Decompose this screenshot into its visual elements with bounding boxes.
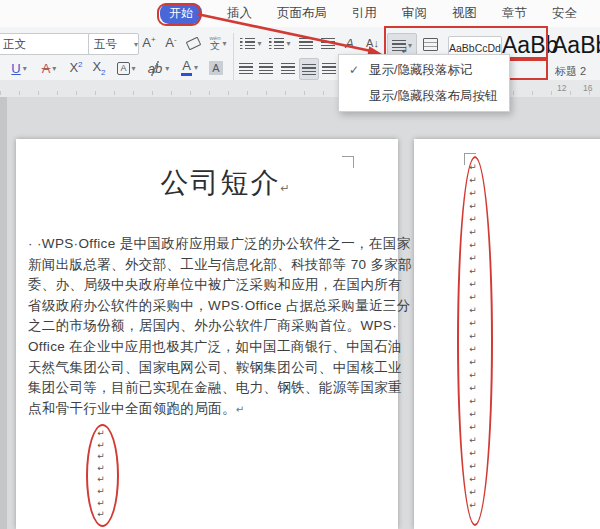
numbered-list-icon [269,38,284,49]
style-card-heading2[interactable]: AaBb [552,32,600,59]
increase-indent-button[interactable] [318,32,338,54]
paragraph-mark: ↵ [464,175,482,188]
paragraph-line: 天然气集团公司、国家电网公司、鞍钢集团公司、中国核工业 [28,358,389,379]
tab-section[interactable]: 章节 [502,5,527,22]
increase-indent-icon [321,38,335,49]
align-right-icon [281,63,295,74]
highlight-color-button[interactable]: ab ▾ [144,58,172,78]
tab-page-layout[interactable]: 页面布局 [277,5,327,22]
paragraph-line: Office 在企业中应用也极其广泛，如中国工商银行、中国石油 [28,337,389,358]
chevron-down-icon: ▾ [286,39,290,48]
strikethrough-button[interactable]: A ▾ [36,58,62,78]
ribbon-tab-bar: 开始插入页面布局引用审阅视图章节安全开发工具 [0,0,600,28]
check-icon: ✓ [339,63,369,77]
style-card-heading1[interactable]: AaBb [502,32,558,59]
tab-review[interactable]: 审阅 [402,5,427,22]
text-effects-button[interactable]: A [340,32,359,54]
chevron-down-icon: ▾ [223,39,227,48]
font-color-button[interactable]: A ▾ [176,56,203,78]
menu-item-label: 显示/隐藏段落标记 [369,62,472,79]
ribbon-toolbar: 正文 ▾ 五号 ▾ A+ A- wén 文 ▾ ▾ [0,27,600,81]
empty-paragraph-marks-right: ↵↵↵↵↵↵↵↵↵↵↵↵↵↵↵↵↵↵↵↵↵↵↵↵↵↵↵ [464,162,482,513]
paragraph-line: 新闻出版总署、外交部、工业与信息化部、科技部等 70 多家部 [28,255,389,276]
distribute-button[interactable] [320,58,338,78]
superscript-icon: X2 [69,60,82,75]
increase-font-icon: A+ [142,35,155,50]
paragraph-layout-button[interactable] [419,33,441,55]
tab-references[interactable]: 引用 [352,5,377,22]
paragraph-marks-icon: ↲ [392,40,406,51]
font-color-icon: A [181,59,192,76]
decrease-indent-icon [299,38,313,49]
paragraph-mark: ↵ [92,498,110,510]
empty-paragraph-marks-left: ↵↵↵↵↵↵↵↵ [92,428,110,521]
style-preview-text: AaBbCcDd [449,42,501,54]
paragraph-mark: ↵ [464,409,482,422]
chevron-down-icon: ▾ [165,64,169,73]
paragraph-mark: ↵ [92,474,110,486]
paragraph-mark: ↵ [92,486,110,498]
bullet-list-icon [240,38,255,49]
font-size-combo[interactable]: 五号 ▾ [88,33,139,55]
decrease-font-button[interactable]: A- [161,32,181,54]
character-shading-button[interactable]: A [206,58,226,78]
chevron-down-icon: ▾ [52,64,56,73]
decrease-indent-button[interactable] [296,32,316,54]
decrease-font-icon: A- [165,35,176,50]
align-center-button[interactable] [257,58,275,78]
paragraph-mark: ↵ [464,253,482,266]
underline-button[interactable]: U ▾ [6,58,32,78]
paragraph-mark: ↵ [464,435,482,448]
horizontal-ruler[interactable]: 12 16 [0,80,600,98]
pinyin-guide-button[interactable]: wén 文 ▾ [205,31,231,55]
character-shading-icon: A [209,61,222,75]
tab-insert[interactable]: 插入 [227,5,252,22]
paragraph-marks-dropdown-menu: ✓ 显示/隐藏段落标记 显示/隐藏段落布局按钮 [338,54,510,112]
document-page-2[interactable] [414,139,600,529]
numbered-list-button[interactable]: ▾ [267,32,293,54]
character-border-button[interactable]: A ▾ [113,58,140,78]
tab-security[interactable]: 安全 [552,5,577,22]
highlight-icon: ab [147,61,163,76]
paragraph-mark: ↵ [92,440,110,452]
paragraph-mark: ↵ [464,461,482,474]
font-size-value: 五号 [94,37,132,52]
menu-item-label: 显示/隐藏段落布局按钮 [369,88,497,105]
paragraph-mark: ↵ [464,357,482,370]
align-left-button[interactable] [237,58,255,78]
document-paragraph: · ·WPS·Office 是中国政府应用最广泛的办公软件之一，在国家新闻出版总… [28,234,389,420]
paragraph-mark: ↵ [464,500,482,513]
paragraph-mark: ↵ [464,370,482,383]
subscript-icon: X2 [92,59,105,77]
distribute-icon [322,63,336,74]
paragraph-mark: ↵ [92,463,110,475]
paragraph-mark: ↵ [464,383,482,396]
align-right-button[interactable] [279,58,297,78]
tab-home[interactable]: 开始 [160,3,202,24]
paragraph-mark: ↵ [92,428,110,440]
tab-bar: 开始插入页面布局引用审阅视图章节安全开发工具 [160,0,600,27]
paragraph-mark: ↵ [464,318,482,331]
paragraph-mark: ↵ [464,396,482,409]
subscript-button[interactable]: X2 [89,58,109,78]
paragraph-mark: ↵ [464,331,482,344]
increase-font-button[interactable]: A+ [139,32,159,54]
pinyin-icon: wén 文 [209,35,220,51]
menu-item-show-hide-paragraph-marks[interactable]: ✓ 显示/隐藏段落标记 [339,58,509,82]
chevron-down-icon: ▾ [132,64,136,73]
sort-button[interactable]: A↓ [362,32,383,54]
paragraph-mark: ↵ [464,201,482,214]
strikethrough-icon: A [42,61,51,76]
justify-button[interactable] [299,58,319,80]
paragraph-mark: ↵ [464,266,482,279]
tab-view[interactable]: 视图 [452,5,477,22]
chevron-down-icon: ▾ [194,63,198,72]
superscript-button[interactable]: X2 [66,58,86,78]
align-left-icon [239,63,253,74]
bullet-list-button[interactable]: ▾ [238,32,264,54]
menu-item-show-hide-paragraph-layout-button[interactable]: 显示/隐藏段落布局按钮 [339,84,509,108]
ruler-number: 16 [583,83,592,93]
left-edge-strip [0,97,7,529]
clear-format-button[interactable] [183,32,203,54]
paragraph-mark: ↵ [464,188,482,201]
